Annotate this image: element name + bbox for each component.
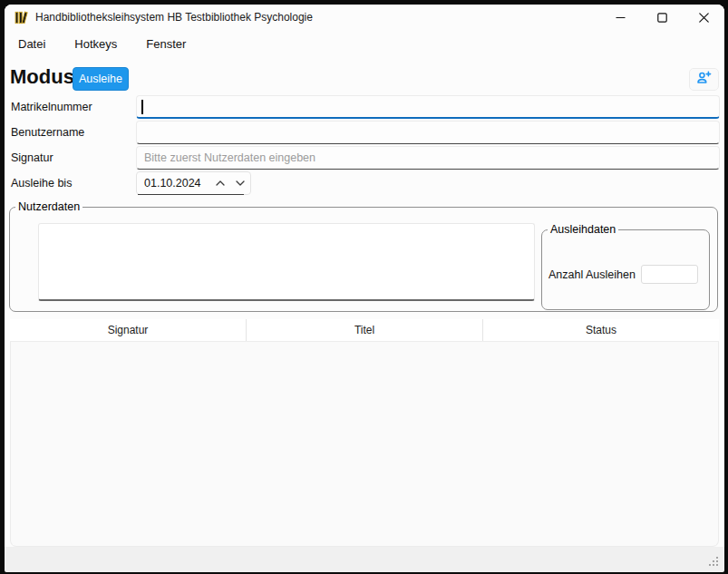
ausleihdaten-groupbox: Ausleihdaten Anzahl Ausleihen — [541, 229, 710, 310]
ausleihdaten-legend: Ausleihdaten — [548, 223, 618, 237]
column-header-signatur[interactable]: Signatur — [10, 319, 246, 341]
nutzerdaten-textarea[interactable] — [38, 223, 535, 301]
resize-grip-icon[interactable] — [705, 553, 720, 568]
desktop-background: { "accent": "#1e97ec", "window": { "titl… — [0, 0, 728, 574]
anzahl-ausleihen-label: Anzahl Ausleihen — [548, 268, 636, 281]
app-window: Handbibliotheksleihsystem HB Testbibliot… — [5, 5, 724, 572]
add-user-button[interactable] — [689, 68, 719, 91]
signatur-input[interactable] — [136, 146, 720, 170]
nutzerdaten-legend: Nutzerdaten — [15, 200, 83, 214]
person-add-icon — [696, 71, 712, 88]
ausleihe-bis-label: Ausleihe bis — [11, 171, 72, 195]
menu-bar: Datei Hotkeys Fenster — [5, 30, 724, 57]
menu-hotkeys[interactable]: Hotkeys — [73, 34, 119, 54]
mode-label: Modus — [10, 65, 74, 89]
anzahl-ausleihen-input[interactable] — [641, 265, 698, 284]
menu-fenster[interactable]: Fenster — [144, 34, 188, 54]
benutzername-label: Benutzername — [11, 121, 84, 144]
minimize-button[interactable] — [599, 5, 641, 30]
date-value: 01.10.2024 — [137, 177, 210, 190]
text-caret — [141, 100, 143, 114]
matrikelnummer-input[interactable] — [136, 95, 720, 119]
spinner-underline — [138, 194, 244, 196]
mode-ausleihe-button[interactable]: Ausleihe — [73, 67, 129, 91]
menu-datei[interactable]: Datei — [16, 34, 47, 54]
books-icon — [14, 10, 28, 24]
spinner-down-button[interactable] — [230, 173, 250, 193]
benutzername-input[interactable] — [136, 121, 720, 144]
maximize-button[interactable] — [641, 5, 683, 30]
column-header-titel[interactable]: Titel — [246, 319, 482, 341]
nutzerdaten-groupbox: Nutzerdaten Ausleihdaten Anzahl Ausleihe… — [9, 207, 718, 312]
table-header: Signatur Titel Status — [10, 319, 719, 342]
close-button[interactable] — [683, 5, 724, 30]
table-body — [10, 342, 719, 547]
signatur-label: Signatur — [11, 146, 53, 170]
caption-buttons — [599, 5, 724, 30]
column-header-status[interactable]: Status — [482, 319, 719, 341]
window-title: Handbibliotheksleihsystem HB Testbibliot… — [35, 11, 313, 24]
matrikelnummer-label: Matrikelnummer — [11, 95, 92, 119]
ausleihe-bis-date-spinner[interactable]: 01.10.2024 — [136, 171, 251, 195]
title-bar[interactable]: Handbibliotheksleihsystem HB Testbibliot… — [5, 5, 724, 30]
spinner-up-button[interactable] — [210, 173, 230, 193]
